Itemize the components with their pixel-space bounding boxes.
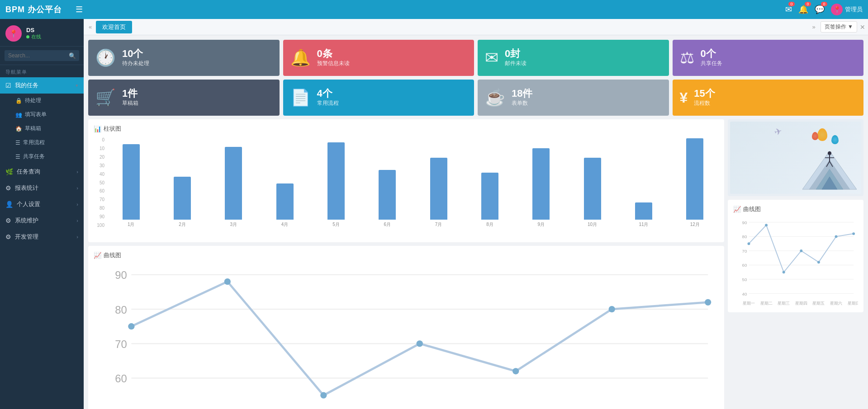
svg-text:60: 60 bbox=[115, 372, 127, 385]
svg-text:星期日: 星期日 bbox=[848, 301, 858, 306]
svg-text:80: 80 bbox=[742, 234, 747, 239]
stat-card-shared: ⚖ 0个 共享任务 bbox=[673, 40, 864, 76]
dev-icon: ⚙ bbox=[5, 233, 11, 240]
pending-count: 10个 bbox=[122, 48, 149, 59]
mail-stat-icon: ✉ bbox=[485, 48, 498, 67]
bar-chart-bars: 1月2月3月4月5月6月7月8月9月10月11月12月 bbox=[107, 137, 719, 228]
username-label: 管理员 bbox=[845, 5, 863, 14]
bar-chart-area: 100908070 60504030 20100 1月2月3月4月5月6月7月8… bbox=[94, 137, 719, 237]
chevron-right-icon2: › bbox=[76, 185, 78, 191]
draft-icon: 🏠 bbox=[15, 126, 22, 132]
sidebar-item-common-flow[interactable]: ☰ 常用流程 bbox=[0, 136, 84, 150]
svg-point-19 bbox=[128, 323, 134, 329]
bell-button[interactable]: 🔔 0 bbox=[798, 5, 808, 14]
sidebar-item-my-tasks[interactable]: ☑ 我的任务 ▾ bbox=[0, 77, 84, 94]
alert-icon: 🔔 bbox=[290, 48, 311, 67]
banner-bg: ✈ bbox=[728, 119, 863, 196]
svg-text:星期一: 星期一 bbox=[743, 301, 755, 306]
bar-month-label: 11月 bbox=[639, 221, 648, 228]
right-line-chart-title: 📈 曲线图 bbox=[733, 205, 858, 213]
svg-text:星期五: 星期五 bbox=[812, 301, 825, 306]
personal-label: 个人设置 bbox=[17, 200, 40, 208]
line-chart-icon: 📈 bbox=[94, 252, 101, 259]
sidebar-item-personal-settings[interactable]: 👤 个人设置 › bbox=[0, 196, 84, 212]
stat-cards-grid-2: 🛒 1件 草稿箱 📄 4个 常用流程 ☕ 18件 bbox=[88, 80, 863, 116]
bar-rect bbox=[276, 183, 294, 220]
line-chart-right-panel: 📈 曲线图 405060708090星期一星期二星期三星期四星期五星期六星期日 bbox=[728, 200, 863, 312]
right-line-chart-svg: 405060708090星期一星期二星期三星期四星期五星期六星期日 bbox=[733, 218, 858, 307]
header-left: BPM 办公平台 ☰ bbox=[5, 4, 83, 15]
tab-arrow-left[interactable]: « bbox=[86, 24, 94, 30]
forms-stat-label: 表单数 bbox=[512, 99, 532, 107]
svg-point-23 bbox=[512, 368, 519, 374]
common-flow-count: 4个 bbox=[317, 88, 339, 99]
mail-button[interactable]: ✉ 0 bbox=[785, 5, 792, 14]
tab-ops-button[interactable]: 页签操作 ▼ bbox=[821, 21, 857, 33]
svg-text:40: 40 bbox=[742, 291, 747, 296]
bar-month-label: 1月 bbox=[128, 221, 135, 228]
bar-rect bbox=[327, 142, 345, 220]
tab-bar-right: » 页签操作 ▼ ✕ bbox=[810, 21, 865, 33]
doc-icon: 📄 bbox=[290, 88, 311, 107]
sidebar-item-fill-form[interactable]: 👥 填写表单 bbox=[0, 108, 84, 122]
sidebar-item-pending[interactable]: 🔒 待处理 bbox=[0, 94, 84, 108]
sidebar-item-shared-tasks[interactable]: ☰ 共享任务 bbox=[0, 150, 84, 164]
pending-icon: 🔒 bbox=[15, 98, 22, 104]
draft-count: 1件 bbox=[122, 88, 138, 99]
header-right: ✉ 0 🔔 0 💬 0 📍 管理员 bbox=[785, 4, 863, 15]
bar-month-label: 4月 bbox=[281, 221, 289, 228]
sidebar-user-info: 📍 DS 在线 bbox=[0, 19, 84, 47]
chat-badge: 0 bbox=[821, 2, 827, 6]
svg-point-58 bbox=[817, 261, 820, 263]
pending-label: 待处理 bbox=[25, 97, 41, 104]
bar-group: 9月 bbox=[517, 137, 565, 228]
bar-chart-y-axis: 100908070 60504030 20100 bbox=[94, 137, 106, 228]
svg-text:星期三: 星期三 bbox=[778, 301, 790, 306]
bar-group: 1月 bbox=[107, 137, 155, 228]
bar-chart-icon: 📊 bbox=[94, 125, 101, 132]
sidebar-item-draft[interactable]: 🏠 草稿箱 bbox=[0, 122, 84, 136]
right-charts-pane: ✈ bbox=[728, 119, 863, 409]
forms-count: 18件 bbox=[512, 88, 532, 99]
processes-stat-label: 流程数 bbox=[694, 99, 715, 107]
svg-point-21 bbox=[320, 392, 327, 399]
tab-arrow-right[interactable]: » bbox=[810, 24, 818, 30]
chevron-right-icon5: › bbox=[76, 234, 78, 240]
svg-text:60: 60 bbox=[742, 263, 747, 268]
bar-rect bbox=[430, 158, 447, 220]
bar-month-label: 8月 bbox=[486, 221, 493, 228]
svg-point-22 bbox=[417, 340, 423, 347]
task-query-label: 任务查询 bbox=[17, 168, 40, 176]
user-menu[interactable]: 📍 管理员 bbox=[831, 4, 863, 15]
menu-toggle-icon[interactable]: ☰ bbox=[76, 5, 83, 14]
svg-text:90: 90 bbox=[742, 220, 747, 225]
sidebar-item-task-query[interactable]: 🌿 任务查询 › bbox=[0, 164, 84, 180]
shared-stat-label: 共享任务 bbox=[701, 60, 722, 67]
svg-text:星期二: 星期二 bbox=[760, 301, 773, 306]
stat-card-draft: 🛒 1件 草稿箱 bbox=[88, 80, 280, 116]
bar-rect bbox=[584, 158, 601, 220]
gavel-icon: ⚖ bbox=[680, 48, 694, 67]
sidebar-item-dev-management[interactable]: ⚙ 开发管理 › bbox=[0, 229, 84, 245]
svg-text:70: 70 bbox=[115, 338, 127, 350]
sidebar-item-report-stats[interactable]: ⚙ 报表统计 › bbox=[0, 180, 84, 196]
svg-text:90: 90 bbox=[115, 269, 127, 281]
tab-welcome[interactable]: 欢迎首页 bbox=[96, 21, 132, 33]
svg-point-55 bbox=[765, 224, 768, 226]
stat-cards-grid: 🕐 10个 待办未处理 🔔 0条 预警信息未读 ✉ 0 bbox=[88, 40, 863, 76]
sidebar: 📍 DS 在线 🔍 导航菜单 ☑ 我的任务 ▾ 🔒 bbox=[0, 19, 84, 409]
bar-group: 2月 bbox=[158, 137, 206, 228]
fill-form-label: 填写表单 bbox=[25, 111, 47, 118]
svg-point-59 bbox=[835, 235, 838, 238]
line-chart-title: 📈 曲线图 bbox=[94, 251, 719, 259]
svg-text:50: 50 bbox=[115, 407, 127, 409]
line-chart-svg: 405060708090星期一星期二星期三星期四星期五星期六星期日 bbox=[94, 264, 719, 409]
search-input[interactable] bbox=[5, 50, 79, 61]
sidebar-item-sys-maintenance[interactable]: ⚙ 系统维护 › bbox=[0, 212, 84, 229]
chat-button[interactable]: 💬 0 bbox=[815, 5, 825, 14]
tab-close-button[interactable]: ✕ bbox=[860, 24, 865, 31]
bar-group: 5月 bbox=[312, 137, 360, 228]
svg-text:星期四: 星期四 bbox=[795, 301, 807, 306]
line-chart-panel: 📈 曲线图 405060708090星期一星期二星期三星期四星期五星期六星期日 bbox=[88, 246, 724, 409]
tab-bar: « 欢迎首页 » 页签操作 ▼ ✕ bbox=[84, 19, 868, 35]
